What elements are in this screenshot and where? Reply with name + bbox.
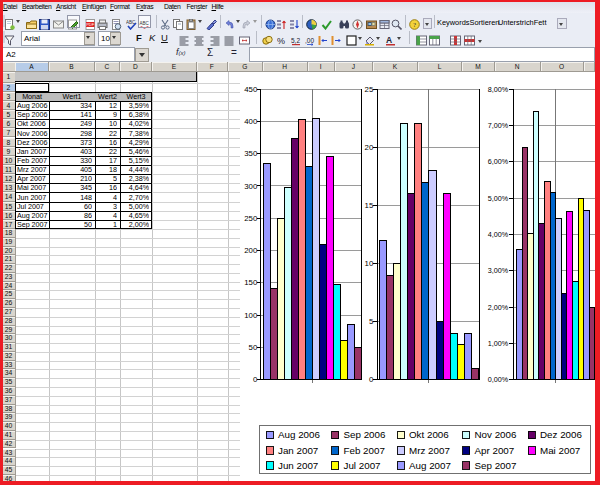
svg-text:5: 5	[369, 317, 374, 326]
svg-text:5,2: 5,2	[291, 37, 300, 44]
svg-text:ABC: ABC	[140, 21, 150, 26]
svg-text:Apr 2007: Apr 2007	[475, 445, 515, 456]
svg-text:5,00%: 5,00%	[488, 194, 509, 203]
svg-text:25: 25	[365, 85, 374, 94]
svg-text:8,00%: 8,00%	[488, 85, 509, 94]
svg-text:200: 200	[244, 246, 258, 255]
svg-text:2,00%: 2,00%	[488, 303, 509, 312]
svg-text:Sep 2007: Sep 2007	[475, 460, 517, 471]
svg-text:100: 100	[244, 311, 258, 320]
svg-text:10: 10	[365, 259, 374, 268]
svg-text:PDF: PDF	[86, 22, 95, 27]
svg-text:Sep 2006: Sep 2006	[344, 429, 386, 440]
svg-text:3,00%: 3,00%	[488, 266, 509, 275]
svg-text:Nov 2006: Nov 2006	[475, 429, 517, 440]
svg-text:Jul 2007: Jul 2007	[344, 460, 381, 471]
svg-text:400: 400	[244, 117, 258, 126]
svg-text:Mai 2007: Mai 2007	[540, 445, 580, 456]
svg-text:0: 0	[369, 375, 374, 384]
svg-text:Jan 2007: Jan 2007	[278, 445, 318, 456]
svg-text:%: %	[277, 36, 285, 46]
svg-text:,00: ,00	[305, 37, 314, 44]
svg-text:Aug 2007: Aug 2007	[409, 460, 451, 471]
svg-text:Okt 2006: Okt 2006	[409, 429, 449, 440]
svg-text:150: 150	[244, 278, 258, 287]
svg-text:250: 250	[244, 214, 258, 223]
svg-text:300: 300	[244, 182, 258, 191]
svg-text:?: ?	[413, 21, 416, 29]
svg-text:350: 350	[244, 149, 258, 158]
svg-text:1,00%: 1,00%	[488, 339, 509, 348]
svg-text:6,00%: 6,00%	[488, 157, 509, 166]
svg-text:20: 20	[365, 143, 374, 152]
svg-text:Jun 2007: Jun 2007	[278, 460, 318, 471]
svg-text:7,00%: 7,00%	[488, 121, 509, 130]
svg-text:0: 0	[253, 375, 258, 384]
svg-text:Dez 2006: Dez 2006	[540, 429, 582, 440]
svg-text:450: 450	[244, 85, 258, 94]
svg-text:0,00%: 0,00%	[488, 375, 509, 384]
svg-text:Feb 2007: Feb 2007	[344, 445, 385, 456]
svg-text:Mrz 2007: Mrz 2007	[409, 445, 450, 456]
svg-text:15: 15	[365, 201, 374, 210]
svg-text:A: A	[386, 35, 392, 45]
svg-text:Aug 2006: Aug 2006	[278, 429, 320, 440]
svg-text:50: 50	[249, 343, 258, 352]
svg-text:4,00%: 4,00%	[488, 230, 509, 239]
